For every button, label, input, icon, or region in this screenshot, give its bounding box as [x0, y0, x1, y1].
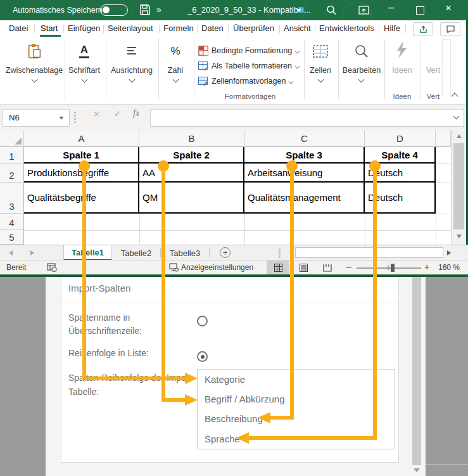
formula-input[interactable]	[150, 109, 464, 127]
clipboard-chevron-down-icon[interactable]	[32, 77, 38, 83]
tabbar-splitter[interactable]	[279, 248, 281, 250]
page-scrollbar-thumb[interactable]	[412, 277, 421, 465]
view-page-break-button[interactable]	[316, 261, 339, 274]
radio-list-order[interactable]	[197, 351, 208, 362]
zoom-slider-thumb[interactable]	[391, 264, 395, 272]
row-header-4[interactable]: 4	[0, 214, 24, 230]
hscroll-right-icon[interactable]	[447, 250, 451, 255]
menu-einfuegen[interactable]: Einfügen	[68, 23, 100, 33]
editing-icon[interactable]	[352, 42, 371, 61]
menu-hilfe[interactable]: Hilfe	[384, 23, 400, 33]
menu-seitenlayout[interactable]: Seitenlayout	[108, 23, 153, 33]
radio-header-row[interactable]	[197, 316, 208, 326]
scroll-up-icon[interactable]	[457, 134, 462, 138]
editing-chevron-down-icon[interactable]	[358, 77, 365, 83]
comments-button[interactable]	[440, 22, 460, 36]
menu-ueberpruefen[interactable]: Überprüfen	[233, 23, 274, 33]
row-header-5[interactable]: 5	[0, 230, 24, 245]
cells-icon[interactable]	[311, 42, 330, 61]
enter-icon[interactable]: ✓	[114, 109, 121, 119]
percent-icon[interactable]: %	[166, 42, 185, 61]
horizontal-scrollbar-thumb[interactable]	[295, 247, 443, 258]
zoom-slider-track[interactable]	[357, 267, 421, 269]
share-button[interactable]	[413, 22, 433, 36]
name-box[interactable]: N6	[3, 109, 70, 127]
cell-c2[interactable]: Arbeitsanweisung	[244, 164, 365, 183]
zoom-in-button[interactable]: +	[424, 262, 429, 272]
display-settings-label[interactable]: Anzeigeeinstellungen	[181, 263, 253, 272]
menu-entwicklertools[interactable]: Entwicklertools	[319, 23, 374, 33]
cell-c3[interactable]: Qualitätsmanagement	[244, 183, 365, 214]
group-cells-label[interactable]: Zellen	[305, 66, 336, 75]
cell-styles-button[interactable]: Zellenformatvorlagen	[198, 75, 293, 87]
list-item-begriff[interactable]: Begriff / Abkürzung	[205, 394, 284, 404]
search-icon[interactable]	[326, 4, 337, 18]
number-chevron-down-icon[interactable]	[173, 77, 179, 83]
group-number-label[interactable]: Zahl	[163, 66, 188, 75]
cancel-icon[interactable]: ×	[94, 108, 99, 119]
col-header-a[interactable]: A	[24, 131, 139, 147]
row-header-1[interactable]: 1	[0, 147, 24, 164]
row-header-3[interactable]: 3	[0, 183, 24, 214]
cells-chevron-down-icon[interactable]	[318, 77, 324, 83]
autosave-toggle[interactable]	[100, 4, 128, 16]
font-chevron-down-icon[interactable]	[82, 77, 88, 83]
cell-a3[interactable]: Qualitätsbegriffe	[24, 183, 139, 214]
cell-b1[interactable]: Spalte 2	[139, 147, 244, 164]
col-header-e[interactable]	[436, 131, 451, 147]
tab-scroll-right-icon[interactable]	[30, 250, 34, 255]
menu-formeln[interactable]: Formeln	[163, 23, 194, 33]
vertical-scrollbar[interactable]	[451, 131, 466, 245]
zoom-level-label[interactable]: 160 %	[438, 263, 460, 272]
more-commands-icon[interactable]: »	[156, 4, 161, 15]
maximize-button[interactable]	[416, 6, 424, 15]
close-button[interactable]: ×	[445, 2, 452, 15]
group-alignment-label[interactable]: Ausrichtung	[108, 66, 155, 75]
name-box-chevron-down-icon[interactable]	[59, 117, 63, 120]
tab-tabelle3[interactable]: Tabelle3	[161, 245, 209, 261]
ribbon-display-options-icon[interactable]	[358, 5, 370, 18]
vertical-scrollbar-thumb[interactable]	[453, 143, 464, 229]
cell-c1[interactable]: Spalte 3	[244, 147, 365, 164]
ribbon-scrollbar[interactable]	[442, 39, 451, 96]
list-item-kategorie[interactable]: Kategorie	[205, 374, 245, 385]
clipboard-icon[interactable]	[25, 42, 44, 61]
menu-ansicht[interactable]: Ansicht	[284, 23, 311, 33]
save-icon[interactable]	[139, 4, 151, 18]
formula-bar-expand-icon[interactable]	[453, 113, 460, 120]
scroll-down-icon[interactable]	[457, 235, 462, 238]
menu-start[interactable]: Start	[41, 23, 58, 33]
cell-b3[interactable]: QM	[139, 183, 244, 214]
alignment-icon[interactable]	[122, 42, 141, 61]
zoom-out-button[interactable]: –	[346, 262, 351, 272]
formula-bar-splitter[interactable]	[74, 112, 76, 113]
select-all-corner[interactable]	[0, 131, 24, 147]
title-chevron-down-icon[interactable]	[296, 9, 301, 12]
page-scroll-down-icon[interactable]	[414, 468, 420, 472]
menu-datei[interactable]: Datei	[9, 23, 28, 33]
new-sheet-button[interactable]: +	[220, 247, 231, 258]
display-settings-icon[interactable]	[169, 263, 179, 274]
view-normal-button[interactable]	[267, 261, 289, 274]
fx-icon[interactable]: fx	[133, 108, 139, 119]
tab-tabelle1[interactable]: Tabelle1	[63, 245, 112, 261]
accessibility-check-icon[interactable]	[47, 262, 57, 274]
menu-daten[interactable]: Daten	[201, 23, 224, 33]
view-page-layout-button[interactable]	[292, 261, 315, 274]
conditional-formatting-button[interactable]: Bedingte Formatierung	[198, 44, 300, 57]
list-item-sprache[interactable]: Sprache	[205, 434, 240, 444]
font-icon[interactable]: A	[75, 42, 94, 61]
tab-scroll-left-icon[interactable]	[9, 250, 13, 255]
list-item-beschreibung[interactable]: Beschreibung	[205, 413, 263, 424]
col-header-d[interactable]: D	[365, 131, 436, 147]
tab-tabelle2[interactable]: Tabelle2	[112, 245, 160, 261]
format-as-table-button[interactable]: Als Tabelle formatieren	[198, 60, 300, 72]
group-editing-label[interactable]: Bearbeiten	[338, 66, 385, 75]
group-clipboard-label[interactable]: Zwischenablage	[3, 66, 66, 75]
row-header-2[interactable]: 2	[0, 164, 24, 183]
minimize-button[interactable]: –	[388, 2, 394, 13]
cell-b2[interactable]: AA	[139, 164, 244, 183]
group-font-label[interactable]: Schriftart	[65, 66, 103, 75]
col-header-b[interactable]: B	[139, 131, 244, 147]
col-header-c[interactable]: C	[244, 131, 365, 147]
